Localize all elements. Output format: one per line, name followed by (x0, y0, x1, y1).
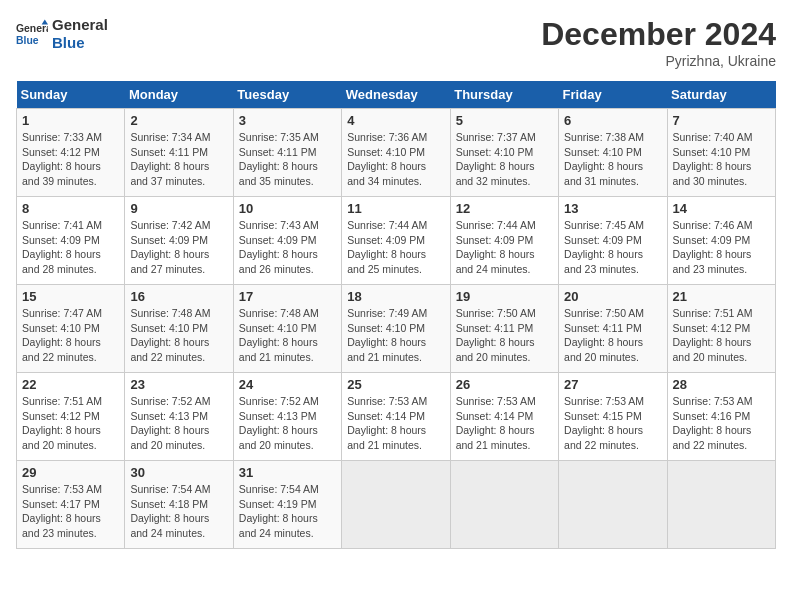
day-info: Sunrise: 7:46 AM Sunset: 4:09 PM Dayligh… (673, 218, 770, 277)
day-info: Sunrise: 7:33 AM Sunset: 4:12 PM Dayligh… (22, 130, 119, 189)
day-number: 5 (456, 113, 553, 128)
calendar-cell: 9Sunrise: 7:42 AM Sunset: 4:09 PM Daylig… (125, 197, 233, 285)
day-number: 24 (239, 377, 336, 392)
calendar-cell: 1Sunrise: 7:33 AM Sunset: 4:12 PM Daylig… (17, 109, 125, 197)
calendar-cell: 31Sunrise: 7:54 AM Sunset: 4:19 PM Dayli… (233, 461, 341, 549)
day-info: Sunrise: 7:34 AM Sunset: 4:11 PM Dayligh… (130, 130, 227, 189)
day-info: Sunrise: 7:38 AM Sunset: 4:10 PM Dayligh… (564, 130, 661, 189)
day-number: 3 (239, 113, 336, 128)
calendar-cell (667, 461, 775, 549)
day-number: 8 (22, 201, 119, 216)
calendar-cell: 8Sunrise: 7:41 AM Sunset: 4:09 PM Daylig… (17, 197, 125, 285)
day-info: Sunrise: 7:53 AM Sunset: 4:14 PM Dayligh… (456, 394, 553, 453)
page-header: General Blue General Blue December 2024 … (16, 16, 776, 69)
day-number: 26 (456, 377, 553, 392)
day-number: 9 (130, 201, 227, 216)
svg-marker-2 (42, 20, 48, 25)
day-info: Sunrise: 7:50 AM Sunset: 4:11 PM Dayligh… (564, 306, 661, 365)
day-info: Sunrise: 7:35 AM Sunset: 4:11 PM Dayligh… (239, 130, 336, 189)
month-title: December 2024 (541, 16, 776, 53)
calendar-cell: 2Sunrise: 7:34 AM Sunset: 4:11 PM Daylig… (125, 109, 233, 197)
day-info: Sunrise: 7:43 AM Sunset: 4:09 PM Dayligh… (239, 218, 336, 277)
day-number: 16 (130, 289, 227, 304)
day-number: 6 (564, 113, 661, 128)
calendar-cell: 13Sunrise: 7:45 AM Sunset: 4:09 PM Dayli… (559, 197, 667, 285)
calendar-cell (342, 461, 450, 549)
calendar-cell: 7Sunrise: 7:40 AM Sunset: 4:10 PM Daylig… (667, 109, 775, 197)
calendar-cell: 23Sunrise: 7:52 AM Sunset: 4:13 PM Dayli… (125, 373, 233, 461)
svg-text:General: General (16, 23, 48, 34)
weekday-header: Thursday (450, 81, 558, 109)
day-info: Sunrise: 7:47 AM Sunset: 4:10 PM Dayligh… (22, 306, 119, 365)
day-info: Sunrise: 7:36 AM Sunset: 4:10 PM Dayligh… (347, 130, 444, 189)
day-number: 20 (564, 289, 661, 304)
logo: General Blue General Blue (16, 16, 108, 52)
day-info: Sunrise: 7:52 AM Sunset: 4:13 PM Dayligh… (130, 394, 227, 453)
day-info: Sunrise: 7:45 AM Sunset: 4:09 PM Dayligh… (564, 218, 661, 277)
day-info: Sunrise: 7:51 AM Sunset: 4:12 PM Dayligh… (22, 394, 119, 453)
calendar-cell (450, 461, 558, 549)
calendar-cell: 27Sunrise: 7:53 AM Sunset: 4:15 PM Dayli… (559, 373, 667, 461)
weekday-header: Tuesday (233, 81, 341, 109)
logo-icon: General Blue (16, 18, 48, 50)
day-info: Sunrise: 7:51 AM Sunset: 4:12 PM Dayligh… (673, 306, 770, 365)
day-info: Sunrise: 7:44 AM Sunset: 4:09 PM Dayligh… (456, 218, 553, 277)
day-number: 23 (130, 377, 227, 392)
calendar-cell: 4Sunrise: 7:36 AM Sunset: 4:10 PM Daylig… (342, 109, 450, 197)
day-number: 31 (239, 465, 336, 480)
calendar-cell: 14Sunrise: 7:46 AM Sunset: 4:09 PM Dayli… (667, 197, 775, 285)
day-info: Sunrise: 7:52 AM Sunset: 4:13 PM Dayligh… (239, 394, 336, 453)
calendar-cell: 6Sunrise: 7:38 AM Sunset: 4:10 PM Daylig… (559, 109, 667, 197)
location-subtitle: Pyrizhna, Ukraine (541, 53, 776, 69)
day-info: Sunrise: 7:54 AM Sunset: 4:18 PM Dayligh… (130, 482, 227, 541)
day-info: Sunrise: 7:54 AM Sunset: 4:19 PM Dayligh… (239, 482, 336, 541)
day-number: 11 (347, 201, 444, 216)
calendar-week-row: 1Sunrise: 7:33 AM Sunset: 4:12 PM Daylig… (17, 109, 776, 197)
weekday-header: Saturday (667, 81, 775, 109)
day-info: Sunrise: 7:53 AM Sunset: 4:15 PM Dayligh… (564, 394, 661, 453)
calendar-table: SundayMondayTuesdayWednesdayThursdayFrid… (16, 81, 776, 549)
day-info: Sunrise: 7:53 AM Sunset: 4:16 PM Dayligh… (673, 394, 770, 453)
calendar-week-row: 29Sunrise: 7:53 AM Sunset: 4:17 PM Dayli… (17, 461, 776, 549)
day-number: 29 (22, 465, 119, 480)
calendar-cell: 10Sunrise: 7:43 AM Sunset: 4:09 PM Dayli… (233, 197, 341, 285)
day-info: Sunrise: 7:53 AM Sunset: 4:14 PM Dayligh… (347, 394, 444, 453)
calendar-cell (559, 461, 667, 549)
day-number: 30 (130, 465, 227, 480)
weekday-header: Monday (125, 81, 233, 109)
calendar-cell: 20Sunrise: 7:50 AM Sunset: 4:11 PM Dayli… (559, 285, 667, 373)
day-number: 1 (22, 113, 119, 128)
weekday-header: Wednesday (342, 81, 450, 109)
calendar-cell: 15Sunrise: 7:47 AM Sunset: 4:10 PM Dayli… (17, 285, 125, 373)
calendar-cell: 18Sunrise: 7:49 AM Sunset: 4:10 PM Dayli… (342, 285, 450, 373)
day-number: 10 (239, 201, 336, 216)
day-number: 15 (22, 289, 119, 304)
day-number: 2 (130, 113, 227, 128)
calendar-cell: 28Sunrise: 7:53 AM Sunset: 4:16 PM Dayli… (667, 373, 775, 461)
day-info: Sunrise: 7:53 AM Sunset: 4:17 PM Dayligh… (22, 482, 119, 541)
calendar-cell: 5Sunrise: 7:37 AM Sunset: 4:10 PM Daylig… (450, 109, 558, 197)
calendar-week-row: 22Sunrise: 7:51 AM Sunset: 4:12 PM Dayli… (17, 373, 776, 461)
day-number: 14 (673, 201, 770, 216)
day-number: 13 (564, 201, 661, 216)
day-number: 4 (347, 113, 444, 128)
calendar-cell: 21Sunrise: 7:51 AM Sunset: 4:12 PM Dayli… (667, 285, 775, 373)
day-number: 19 (456, 289, 553, 304)
svg-text:Blue: Blue (16, 35, 39, 46)
calendar-cell: 3Sunrise: 7:35 AM Sunset: 4:11 PM Daylig… (233, 109, 341, 197)
weekday-header-row: SundayMondayTuesdayWednesdayThursdayFrid… (17, 81, 776, 109)
day-number: 21 (673, 289, 770, 304)
day-info: Sunrise: 7:42 AM Sunset: 4:09 PM Dayligh… (130, 218, 227, 277)
day-number: 18 (347, 289, 444, 304)
calendar-cell: 22Sunrise: 7:51 AM Sunset: 4:12 PM Dayli… (17, 373, 125, 461)
day-info: Sunrise: 7:41 AM Sunset: 4:09 PM Dayligh… (22, 218, 119, 277)
day-number: 27 (564, 377, 661, 392)
calendar-cell: 29Sunrise: 7:53 AM Sunset: 4:17 PM Dayli… (17, 461, 125, 549)
day-info: Sunrise: 7:49 AM Sunset: 4:10 PM Dayligh… (347, 306, 444, 365)
day-number: 17 (239, 289, 336, 304)
day-info: Sunrise: 7:48 AM Sunset: 4:10 PM Dayligh… (130, 306, 227, 365)
weekday-header: Friday (559, 81, 667, 109)
day-number: 12 (456, 201, 553, 216)
calendar-cell: 26Sunrise: 7:53 AM Sunset: 4:14 PM Dayli… (450, 373, 558, 461)
day-info: Sunrise: 7:40 AM Sunset: 4:10 PM Dayligh… (673, 130, 770, 189)
